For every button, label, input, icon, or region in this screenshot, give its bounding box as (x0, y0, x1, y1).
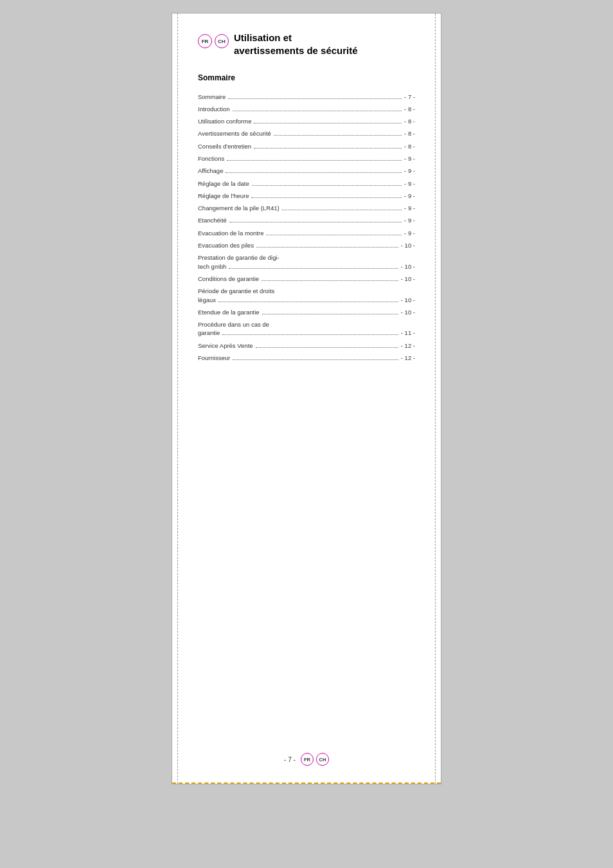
toc-label: Conditions de garantie (198, 275, 259, 283)
toc-dots (226, 172, 402, 173)
toc-label: Avertissements de sécurité (198, 129, 271, 138)
toc-item: Réglage de la date- 9 - (198, 179, 415, 188)
toc-label: Sommaire (198, 93, 226, 101)
toc-dots (274, 135, 402, 136)
toc-item: Conseils d'entretien- 8 - (198, 142, 415, 150)
toc-label: Réglage de la date (198, 179, 249, 188)
fr-badge: FR (198, 34, 212, 48)
toc-item: Fournisseur- 12 - (198, 354, 415, 362)
toc-item-multiline: Période de garantie et droitslégaux- 10 … (198, 287, 415, 304)
toc-label: Etendue de la garantie (198, 308, 260, 316)
toc-dots (282, 210, 402, 210)
title-line2: avertissements de sécurité (234, 45, 358, 56)
toc-dots (233, 359, 398, 360)
toc-page: - 10 - (401, 241, 415, 249)
toc-item: Changement de la pile (LR41)- 9 - (198, 204, 415, 212)
toc-page: - 7 - (404, 93, 415, 101)
toc-item: Etendue de la garantie- 10 - (198, 308, 415, 316)
toc-dots (256, 247, 398, 248)
toc-dots (262, 280, 398, 281)
bottom-border-decoration (172, 780, 441, 784)
toc-item: Evacuation de la montre- 9 - (198, 229, 415, 237)
toc-label-line2: tech gmbh (198, 262, 226, 271)
toc-item: Etanchéité- 9 - (198, 216, 415, 224)
footer-section: - 7 - FR CH (172, 753, 441, 766)
toc-dots (222, 334, 398, 335)
toc-dots (262, 314, 398, 314)
toc-dots (229, 268, 398, 269)
toc-page: - 10 - (401, 296, 415, 304)
toc-dots (233, 111, 402, 111)
toc-dots (254, 123, 402, 123)
toc-page: - 11 - (401, 329, 415, 337)
toc-dots (251, 197, 402, 198)
toc-label-line2: légaux (198, 296, 216, 304)
toc-dots (256, 347, 398, 348)
header-badges: FR CH (198, 34, 229, 48)
toc-item: Fonctions- 9 - (198, 154, 415, 163)
toc-dots (218, 302, 398, 302)
toc-page: - 10 - (401, 308, 415, 316)
footer-ch-badge: CH (316, 753, 329, 766)
toc-label: Affichage (198, 167, 223, 175)
toc-page: - 9 - (404, 229, 415, 237)
toc-page: - 10 - (401, 262, 415, 271)
toc-label-line2: garantie (198, 329, 220, 337)
footer-page-number: - 7 - (284, 756, 296, 763)
toc-item: Service Après Vente- 12 - (198, 341, 415, 350)
toc-page: - 9 - (404, 179, 415, 188)
toc-page: - 8 - (404, 117, 415, 125)
toc-label: Evacuation de la montre (198, 229, 263, 237)
toc-item: Avertissements de sécurité- 8 - (198, 129, 415, 138)
toc-label: Changement de la pile (LR41) (198, 204, 280, 212)
toc-page: - 9 - (404, 204, 415, 212)
toc-label: Fournisseur (198, 354, 230, 362)
toc-label-line1: Prestation de garantie de digi- (198, 253, 415, 262)
toc-item-multiline: Prestation de garantie de digi-tech gmbh… (198, 253, 415, 271)
toc-label: Fonctions (198, 154, 224, 163)
toc-label: Conseils d'entretien (198, 142, 251, 150)
toc-item: Introduction- 8 - (198, 105, 415, 113)
toc-dots (266, 235, 402, 235)
toc-page: - 9 - (404, 167, 415, 175)
toc-page: - 8 - (404, 105, 415, 113)
toc-dots (229, 222, 402, 222)
toc-dots (252, 185, 402, 186)
toc-item: Conditions de garantie- 10 - (198, 275, 415, 283)
toc-item: Affichage- 9 - (198, 167, 415, 175)
toc-dots (227, 160, 402, 161)
toc-page: - 12 - (401, 341, 415, 350)
toc-page: - 9 - (404, 216, 415, 224)
toc-page: - 8 - (404, 142, 415, 150)
toc-item-multiline: Procédure dans un cas degarantie- 11 - (198, 320, 415, 338)
toc-label: Etanchéité (198, 216, 227, 224)
toc-label: Réglage de l'heure (198, 192, 249, 200)
toc-item: Sommaire- 7 - (198, 93, 415, 101)
ch-badge: CH (215, 34, 229, 48)
toc-item: Utilisation conforme- 8 - (198, 117, 415, 125)
toc-label: Service Après Vente (198, 341, 253, 350)
toc-page: - 12 - (401, 354, 415, 362)
document-page: FR CH Utilisation et avertissements de s… (172, 13, 441, 784)
toc-label-line1: Procédure dans un cas de (198, 320, 415, 329)
toc-page: - 8 - (404, 129, 415, 138)
toc-dots (254, 148, 402, 149)
toc-page: - 9 - (404, 154, 415, 163)
document-title: Utilisation et avertissements de sécurit… (234, 32, 358, 58)
toc-label: Introduction (198, 105, 230, 113)
sommaire-heading: Sommaire (198, 73, 415, 82)
header-section: FR CH Utilisation et avertissements de s… (198, 32, 415, 58)
toc-page: - 10 - (401, 275, 415, 283)
toc-label: Evacuation des piles (198, 241, 254, 249)
title-line1: Utilisation et (234, 32, 292, 43)
toc-label: Utilisation conforme (198, 117, 251, 125)
toc-list: Sommaire- 7 -Introduction- 8 -Utilisatio… (198, 93, 415, 363)
toc-page: - 9 - (404, 192, 415, 200)
toc-item: Réglage de l'heure- 9 - (198, 192, 415, 200)
toc-dots (228, 98, 402, 99)
toc-label-line1: Période de garantie et droits (198, 287, 415, 295)
footer-badges: FR CH (301, 753, 329, 766)
footer-fr-badge: FR (301, 753, 314, 766)
toc-item: Evacuation des piles- 10 - (198, 241, 415, 249)
